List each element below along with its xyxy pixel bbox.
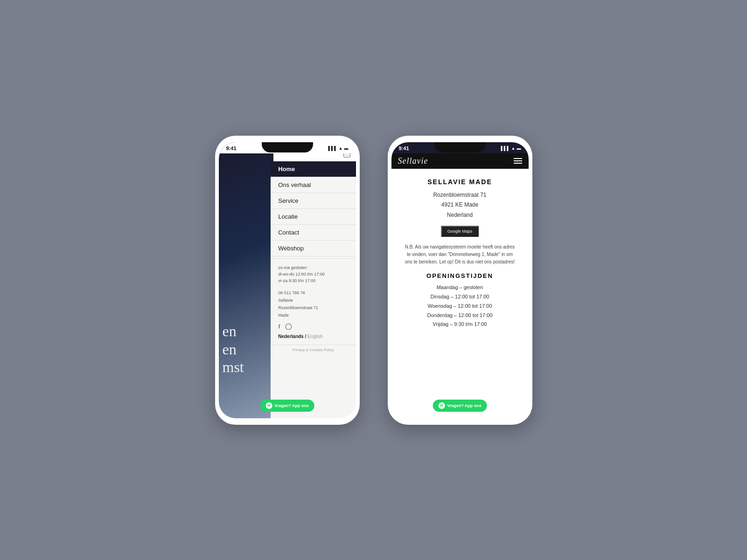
location-title: SELLAVIE MADE xyxy=(427,178,492,186)
menu-contact: 06 511 786 76 Sellavie Rozenbloemstraat … xyxy=(278,289,348,319)
nav-item-contact[interactable]: Contact xyxy=(271,225,356,241)
nav-list: Home Ons verhaal Service Locatie xyxy=(271,161,356,256)
navigation-notice: N.B. Als uw navigatiesysteem moeite heef… xyxy=(399,243,521,266)
company-name: Sellavie xyxy=(278,297,348,304)
opening-hours-title: OPENINGSTIJDEN xyxy=(426,272,493,279)
nav-item-service[interactable]: Service xyxy=(271,193,356,209)
status-icons-2: ▌▌▌ ▲ ▬ xyxy=(501,146,521,151)
logo: Sellavie xyxy=(398,156,428,166)
phone2-main: Sellavie SELLAVIE MADE Rozenbloemstraat … xyxy=(391,153,529,418)
nav-item-ons-verhaal[interactable]: Ons verhaal xyxy=(271,177,356,193)
footer-link[interactable]: Privacy & Cookies Policy xyxy=(293,348,334,352)
hours-line3: vr-za 9:30 t/m 17:00 xyxy=(278,277,348,284)
menu-footer: Privacy & Cookies Policy xyxy=(271,345,356,355)
nav-item-home[interactable]: Home xyxy=(271,161,356,177)
app-header: Sellavie xyxy=(391,153,529,169)
menu-right: Home Ons verhaal Service Locatie xyxy=(271,161,356,418)
address-line-3: Nederland xyxy=(433,210,486,221)
nav-item-locatie[interactable]: Locatie xyxy=(271,209,356,225)
street-address: Rozenbloemstraat 71 xyxy=(278,304,348,311)
whatsapp-button-1[interactable]: W Vragen? App ons xyxy=(260,400,314,412)
menu-info: zo-ma gesloten di-wo-do 12:00 t/m 17:00 … xyxy=(271,258,356,345)
nav-link-contact[interactable]: Contact xyxy=(271,225,356,240)
nav-link-locatie[interactable]: Locatie xyxy=(271,209,356,224)
whatsapp-icon-2: W xyxy=(438,402,445,409)
lang-inactive[interactable]: English xyxy=(307,334,323,339)
menu-content: Home Ons verhaal Service Locatie xyxy=(219,161,356,418)
menu-social: f ◯ xyxy=(278,323,348,330)
whatsapp-label-2: Vragen? App ons xyxy=(447,403,482,408)
hamburger-menu[interactable] xyxy=(514,158,522,164)
whatsapp-button-2[interactable]: W Vragen? App ons xyxy=(433,400,487,412)
nav-link-ons-verhaal[interactable]: Ons verhaal xyxy=(271,177,356,193)
wifi-icon: ▲ xyxy=(339,146,343,151)
location-address: Rozenbloemstraat 71 4921 KE Made Nederla… xyxy=(433,190,486,221)
hamburger-line-3 xyxy=(514,163,522,164)
status-time-2: 9:41 xyxy=(399,145,409,151)
hamburger-line-1 xyxy=(514,158,522,159)
phone-2-shell: 9:41 ▌▌▌ ▲ ▬ Sellavie xyxy=(388,136,532,425)
nav-link-webshop[interactable]: Webshop xyxy=(271,241,356,256)
google-maps-button[interactable]: Google Maps xyxy=(441,226,479,237)
nav-link-home[interactable]: Home xyxy=(271,161,356,177)
battery-icon: ▬ xyxy=(344,146,349,151)
status-time-1: 9:41 xyxy=(226,145,237,151)
lang-active[interactable]: Nederlands / xyxy=(278,334,306,339)
menu-hours: zo-ma gesloten di-wo-do 12:00 t/m 17:00 … xyxy=(278,264,348,284)
nav-link-service[interactable]: Service xyxy=(271,193,356,208)
menu-lang: Nederlands / English xyxy=(278,334,348,339)
address-line-2: 4921 KE Made xyxy=(433,200,486,210)
nav-item-webshop[interactable]: Webshop xyxy=(271,241,356,256)
city: Made xyxy=(278,311,348,319)
battery-icon-2: ▬ xyxy=(517,146,521,151)
status-icons-1: ▌▌▌ ▲ ▬ xyxy=(328,146,348,151)
phone-2-screen: 9:41 ▌▌▌ ▲ ▬ Sellavie xyxy=(391,142,529,418)
signal-icon: ▌▌▌ xyxy=(328,146,337,151)
phone-number: 06 511 786 76 xyxy=(278,289,348,297)
menu-overlay: × Home Ons verhaal Serv xyxy=(219,142,356,418)
hours-line1: zo-ma gesloten xyxy=(278,264,348,271)
menu-left-space xyxy=(219,161,271,418)
instagram-icon[interactable]: ◯ xyxy=(285,323,292,330)
hours-thursday: Donderdag – 12:00 tot 17:00 xyxy=(427,311,492,320)
whatsapp-label-1: Vragen? App ons xyxy=(274,403,309,408)
hours-monday: Maandag – gesloten xyxy=(427,283,492,292)
notch-1 xyxy=(262,142,313,152)
hamburger-line-2 xyxy=(514,160,522,161)
hours-tuesday: Dinsdag – 12:00 tot 17:00 xyxy=(427,292,492,302)
phone-1-shell: 9:41 ▌▌▌ ▲ ▬ en en mst × xyxy=(215,136,360,425)
address-line-1: Rozenbloemstraat 71 xyxy=(433,190,486,200)
phone-1: 9:41 ▌▌▌ ▲ ▬ en en mst × xyxy=(215,136,360,425)
facebook-icon[interactable]: f xyxy=(278,323,280,330)
phone-1-screen: 9:41 ▌▌▌ ▲ ▬ en en mst × xyxy=(219,142,356,418)
notch-2 xyxy=(434,142,486,152)
wifi-icon-2: ▲ xyxy=(511,146,516,151)
opening-hours-list: Maandag – gesloten Dinsdag – 12:00 tot 1… xyxy=(427,283,492,329)
phone-2: 9:41 ▌▌▌ ▲ ▬ Sellavie xyxy=(388,136,532,425)
whatsapp-icon-1: W xyxy=(265,402,272,409)
signal-icon-2: ▌▌▌ xyxy=(501,146,510,151)
page-content: SELLAVIE MADE Rozenbloemstraat 71 4921 K… xyxy=(391,169,529,418)
hours-line2: di-wo-do 12:00 t/m 17:00 xyxy=(278,271,348,277)
hours-friday: Vrijdag – 9:30 t/m 17:00 xyxy=(427,320,492,329)
hours-wednesday: Woensdag – 12:00 tot 17:00 xyxy=(427,302,492,311)
